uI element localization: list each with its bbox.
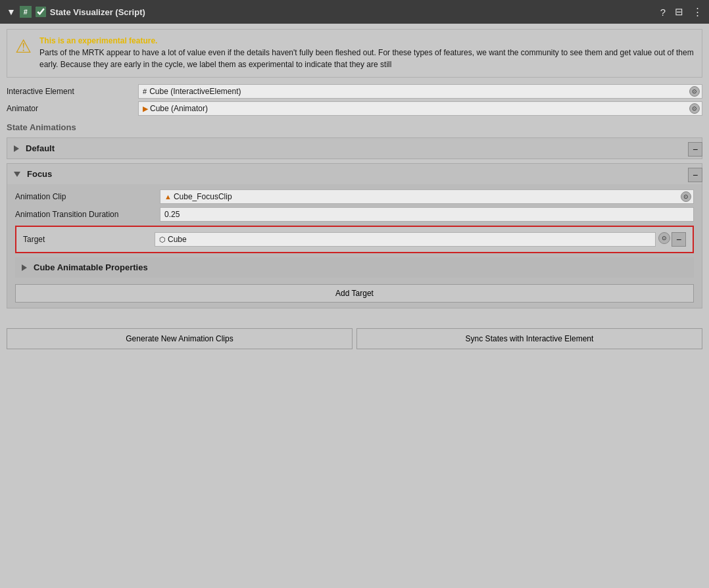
warning-title: This is an experimental feature. — [39, 36, 694, 45]
interactive-element-row: Interactive Element # Cube (InteractiveE… — [7, 84, 702, 99]
focus-section-content: Animation Clip ▲ Cube_FocusClip ⊙ Animat… — [7, 184, 702, 308]
animation-transition-label: Animation Transition Duration — [15, 210, 160, 219]
panel-header: ▼ # State Visualizer (Script) ? ⊟ ⋮ — [0, 0, 709, 24]
panel-content: ⚠ This is an experimental feature. Parts… — [0, 24, 709, 318]
animator-circle-btn[interactable]: ⊙ — [689, 103, 700, 114]
animator-field-icon: ▶ — [143, 105, 148, 113]
animator-label: Animator — [7, 104, 138, 113]
animation-clip-row: Animation Clip ▲ Cube_FocusClip ⊙ — [15, 189, 694, 204]
sync-states-button[interactable]: Sync States with Interactive Element — [356, 328, 702, 349]
interactive-element-circle-btn[interactable]: ⊙ — [689, 86, 700, 97]
interactive-element-label: Interactive Element — [7, 87, 138, 96]
hash-icon: # — [20, 6, 32, 18]
animation-clip-field[interactable]: ▲ Cube_FocusClip ⊙ — [160, 189, 694, 204]
focus-section-label: Focus — [27, 169, 52, 179]
state-animations-title: State Animations — [7, 122, 702, 132]
target-circle-btn[interactable]: ⊙ — [658, 232, 670, 244]
default-section: Default − — [7, 137, 702, 159]
warning-box: ⚠ This is an experimental feature. Parts… — [7, 29, 702, 78]
animation-clip-value: Cube_FocusClip — [174, 192, 232, 201]
target-cube-icon: ⬡ — [159, 235, 166, 244]
panel-title: State Visualizer (Script) — [50, 7, 145, 17]
target-minus-btn[interactable]: − — [672, 232, 686, 247]
default-section-header[interactable]: Default — [7, 138, 702, 159]
animation-transition-row: Animation Transition Duration 0.25 — [15, 207, 694, 222]
more-button[interactable]: ⋮ — [693, 6, 702, 18]
add-target-button[interactable]: Add Target — [15, 284, 694, 303]
animatable-properties-label: Cube Animatable Properties — [34, 262, 148, 272]
interactive-element-field[interactable]: # Cube (InteractiveElement) ⊙ — [138, 84, 702, 99]
animation-clip-label: Animation Clip — [15, 192, 160, 201]
animation-clip-circle-btn[interactable]: ⊙ — [681, 191, 691, 202]
animatable-collapse-icon — [22, 264, 27, 271]
focus-section-header[interactable]: Focus — [7, 164, 702, 184]
default-minus-btn[interactable]: − — [688, 142, 702, 157]
animator-field[interactable]: ▶ Cube (Animator) ⊙ — [138, 101, 702, 116]
target-buttons: ⊙ − — [658, 232, 686, 247]
animation-transition-value: 0.25 — [164, 210, 180, 219]
animation-clip-icon: ▲ — [164, 193, 172, 201]
target-value: Cube — [168, 235, 187, 244]
bottom-buttons-row: Generate New Animation Clips Sync States… — [0, 323, 709, 355]
default-collapse-icon — [14, 145, 19, 152]
layout-button[interactable]: ⊟ — [675, 6, 683, 18]
hash-field-icon: # — [143, 87, 147, 95]
target-box: Target ⬡ Cube ⊙ − — [15, 226, 694, 253]
focus-minus-btn[interactable]: − — [688, 168, 702, 182]
focus-section: Focus − Animation Clip ▲ Cube_FocusClip … — [7, 163, 702, 308]
focus-collapse-icon — [14, 172, 20, 177]
target-label: Target — [23, 235, 155, 244]
warning-body: Parts of the MRTK appear to have a lot o… — [39, 47, 694, 70]
collapse-icon[interactable]: ▼ — [7, 7, 16, 17]
target-field[interactable]: ⬡ Cube — [155, 232, 656, 247]
warning-icon: ⚠ — [15, 37, 32, 56]
animator-value: Cube (Animator) — [150, 104, 208, 113]
help-button[interactable]: ? — [660, 7, 666, 18]
default-section-label: Default — [26, 143, 55, 153]
enabled-checkbox[interactable] — [36, 7, 46, 17]
generate-clips-button[interactable]: Generate New Animation Clips — [7, 328, 353, 349]
warning-text: This is an experimental feature. Parts o… — [39, 36, 694, 70]
interactive-element-value: Cube (InteractiveElement) — [149, 87, 241, 96]
animation-transition-field[interactable]: 0.25 — [160, 207, 694, 222]
animatable-properties-header[interactable]: Cube Animatable Properties — [15, 257, 694, 278]
animator-row: Animator ▶ Cube (Animator) ⊙ — [7, 101, 702, 116]
